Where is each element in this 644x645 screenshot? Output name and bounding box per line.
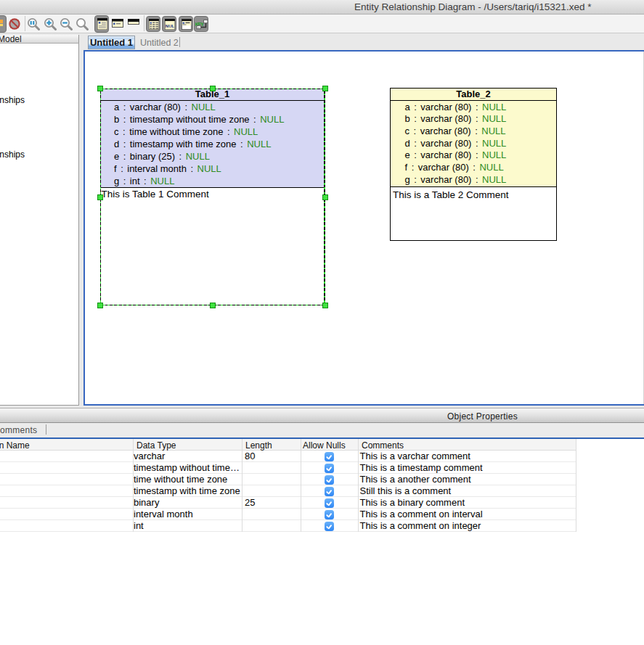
svg-text:NUL: NUL [166, 24, 175, 28]
